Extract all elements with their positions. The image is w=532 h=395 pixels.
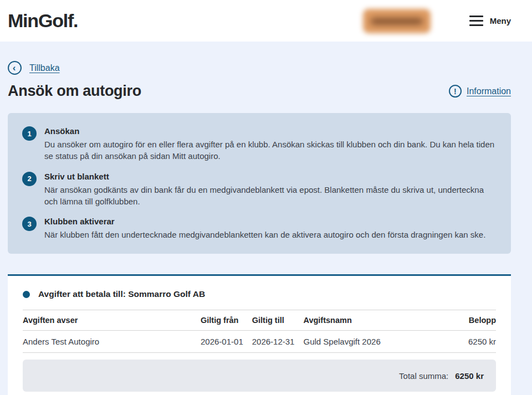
step-2-number-badge: 2 bbox=[22, 172, 37, 186]
step-3-text: När klubben fått den undertecknade medgi… bbox=[44, 229, 485, 240]
cell-valid-to: 2026-12-31 bbox=[248, 331, 299, 353]
information-link[interactable]: ! Information bbox=[449, 85, 511, 98]
total-value: 6250 kr bbox=[455, 371, 484, 381]
information-link-label[interactable]: Information bbox=[467, 86, 511, 96]
back-link[interactable]: ‹ Tillbaka bbox=[8, 61, 511, 75]
app-header: MinGolf. Meny bbox=[0, 0, 532, 42]
column-header-fee-subject: Avgiften avser bbox=[23, 310, 196, 331]
step-1-content: Ansökan Du ansöker om autogiro för en el… bbox=[44, 126, 497, 162]
redacted-account-button[interactable] bbox=[363, 9, 431, 33]
fees-card-title-row: Avgifter att betala till: Sommarro Golf … bbox=[23, 289, 496, 299]
title-row: Ansök om autogiro ! Information bbox=[8, 83, 511, 100]
fees-table-header-row: Avgiften avser Giltig från Giltig till A… bbox=[23, 310, 496, 331]
step-2-content: Skriv ut blankett När ansökan godkänts a… bbox=[44, 172, 497, 208]
column-header-amount: Belopp bbox=[442, 310, 496, 331]
chevron-left-circle-icon: ‹ bbox=[8, 61, 22, 75]
table-row: Anders Test Autogiro 2026-01-01 2026-12-… bbox=[23, 331, 496, 353]
fees-card: Avgifter att betala till: Sommarro Golf … bbox=[8, 274, 511, 395]
menu-label: Meny bbox=[490, 16, 511, 25]
fees-table: Avgiften avser Giltig från Giltig till A… bbox=[23, 310, 496, 353]
step-3-content: Klubben aktiverar När klubben fått den u… bbox=[44, 217, 485, 240]
redacted-text-smudge bbox=[371, 18, 423, 24]
column-header-valid-to: Giltig till bbox=[248, 310, 299, 331]
step-1-text: Du ansöker om autogiro för en eller fler… bbox=[44, 138, 497, 162]
page-title: Ansök om autogiro bbox=[8, 83, 141, 100]
column-header-fee-name: Avgiftsnamn bbox=[299, 310, 442, 331]
info-icon: ! bbox=[449, 85, 462, 98]
step-1: 1 Ansökan Du ansöker om autogiro för en … bbox=[22, 126, 497, 162]
bullet-dot-icon bbox=[23, 291, 30, 298]
step-3-number-badge: 3 bbox=[22, 217, 37, 231]
step-3: 3 Klubben aktiverar När klubben fått den… bbox=[22, 217, 497, 240]
cell-valid-from: 2026-01-01 bbox=[196, 331, 248, 353]
total-label: Total summa: bbox=[399, 371, 448, 381]
menu-button[interactable]: Meny bbox=[469, 16, 511, 26]
step-1-title: Ansökan bbox=[44, 126, 497, 136]
cell-amount: 6250 kr bbox=[442, 331, 496, 353]
step-1-number-badge: 1 bbox=[22, 126, 37, 141]
fees-card-title: Avgifter att betala till: Sommarro Golf … bbox=[38, 289, 205, 299]
step-2-text: När ansökan godkänts av din bank får du … bbox=[44, 184, 497, 208]
steps-info-box: 1 Ansökan Du ansöker om autogiro för en … bbox=[8, 113, 511, 254]
hamburger-icon bbox=[469, 16, 483, 26]
step-3-title: Klubben aktiverar bbox=[44, 217, 485, 226]
back-link-label[interactable]: Tillbaka bbox=[29, 63, 60, 73]
cell-fee-subject: Anders Test Autogiro bbox=[23, 331, 196, 353]
mingolf-logo[interactable]: MinGolf. bbox=[8, 10, 78, 32]
page-body: ‹ Tillbaka Ansök om autogiro ! Informati… bbox=[0, 42, 532, 395]
step-2-title: Skriv ut blankett bbox=[44, 172, 497, 181]
cell-fee-name: Guld Spelavgift 2026 bbox=[299, 331, 442, 353]
total-summary-bar: Total summa: 6250 kr bbox=[23, 360, 496, 392]
column-header-valid-from: Giltig från bbox=[196, 310, 248, 331]
step-2: 2 Skriv ut blankett När ansökan godkänts… bbox=[22, 172, 497, 208]
